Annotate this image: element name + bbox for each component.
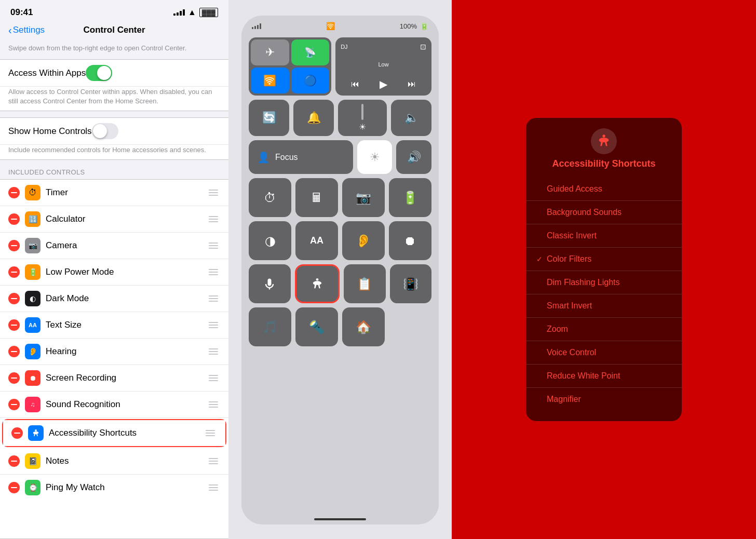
access-within-apps-toggle[interactable] [86,65,112,81]
popup-item-dim-flashing-lights[interactable]: Dim Flashing Lights [526,271,682,294]
cc-status-bar: 🛜 100% 🔋 [241,16,439,32]
text-size-remove-button[interactable] [8,319,20,331]
brightness-tile[interactable]: ☀ [338,100,387,136]
airplane-mode-tile[interactable]: ✈ [251,39,289,65]
dark-mode-remove-button[interactable] [8,293,20,304]
screen-recording-remove-button[interactable] [8,372,20,384]
sound-recognition-drag-handle[interactable] [207,399,220,410]
accessibility-shortcuts-drag-handle[interactable] [204,428,217,438]
camera-drag-handle[interactable] [207,240,220,251]
popup-item-classic-invert[interactable]: Classic Invert [526,224,682,247]
rewind-icon[interactable]: ⏮ [351,79,359,89]
popup-item-voice-control[interactable]: Voice Control [526,341,682,364]
low-power-mode-label: Low Power Mode [46,267,207,277]
camera-remove-button[interactable] [8,240,20,251]
cc-textsize-icon: AA [310,235,323,246]
cc-row-1: ✈ 📡 🛜 🔵 DJ ⊡ [249,37,431,96]
page-title: Control Center [84,25,145,35]
timer-remove-button[interactable] [8,187,20,198]
cc-hearing-tile[interactable]: 👂 [342,221,385,260]
settings-section-home-controls: Show Home Controls Include recommended c… [0,117,228,160]
popup-item-guided-access[interactable]: Guided Access [526,178,682,200]
airplay-icon: ⊡ [420,43,426,51]
popup-title: Accessibility Shortcuts [552,158,655,169]
right-panel: Accessibility Shortcuts Guided Access Ba… [452,0,756,539]
controls-list: ⏱ Timer 🔢 Calculator 📷 Camera [0,179,228,539]
notes-remove-button[interactable] [8,455,20,467]
cc-calculator-tile[interactable]: 🖩 [295,178,338,217]
play-icon[interactable]: ▶ [380,78,387,90]
cc-hearing-icon: 👂 [356,234,371,248]
low-power-mode-remove-button[interactable] [8,266,20,278]
mute-tile[interactable]: 🔔 [293,100,334,136]
hearing-remove-button[interactable] [8,346,20,357]
show-home-controls-row: Show Home Controls [0,118,228,145]
cc-home-tile[interactable]: 🏠 [342,307,385,346]
text-size-control-row: AA Text Size [0,312,228,339]
accessibility-shortcuts-remove-button[interactable] [11,427,23,439]
camera-control-row: 📷 Camera [0,233,228,259]
dark-mode-drag-handle[interactable] [207,293,220,304]
back-chevron-icon: ‹ [8,24,12,36]
focus-label: Focus [275,153,298,162]
color-filters-label: Color Filters [547,254,671,264]
brightness-control-tile[interactable]: ☀ [357,140,393,174]
wifi-tile[interactable]: 🛜 [251,68,289,93]
back-button[interactable]: ‹ Settings [8,24,45,36]
cc-row-6: 📋 📳 [249,264,431,303]
background-sounds-label: Background Sounds [547,208,671,217]
low-power-mode-control-row: 🔋 Low Power Mode [0,259,228,286]
cc-textsize-tile[interactable]: AA [295,221,338,260]
cc-battery-tile[interactable]: 🔋 [389,178,431,217]
cc-row-5: ◑ AA 👂 ⏺ [249,221,431,260]
low-power-mode-drag-handle[interactable] [207,267,220,277]
cc-timer-tile[interactable]: ⏱ [249,178,291,217]
popup-item-reduce-white-point[interactable]: Reduce White Point [526,364,682,387]
focus-tile[interactable]: 👤 Focus [249,140,353,174]
text-size-drag-handle[interactable] [207,320,220,330]
timer-drag-handle[interactable] [207,187,220,198]
cc-contrast-tile[interactable]: ◑ [249,221,291,260]
calculator-remove-button[interactable] [8,213,20,225]
media-tile[interactable]: DJ ⊡ Low ⏮ ▶ ⏭ [335,37,431,96]
cc-accessibility-tile[interactable] [295,264,340,303]
cellular-tile[interactable]: 📡 [291,39,330,65]
rotation-lock-tile[interactable]: 🔄 [249,100,289,136]
popup-item-background-sounds[interactable]: Background Sounds [526,200,682,224]
rotation-lock-icon: 🔄 [262,111,276,125]
cc-shazam-tile[interactable]: 🎵 [249,307,291,346]
notes-drag-handle[interactable] [207,456,220,466]
cc-record-tile[interactable]: ⏺ [389,221,431,260]
brightness-sun-icon: ☀ [370,151,380,164]
home-indicator [314,518,366,520]
cc-haptic-tile[interactable]: 📳 [390,264,432,303]
cc-signal-icon [252,23,261,29]
popup-item-color-filters[interactable]: ✓ Color Filters [526,247,682,271]
hearing-drag-handle[interactable] [207,346,220,357]
popup-item-smart-invert[interactable]: Smart Invert [526,294,682,317]
cc-camera-tile[interactable]: 📷 [342,178,385,217]
ping-my-watch-drag-handle[interactable] [207,482,220,493]
calculator-drag-handle[interactable] [207,214,220,224]
show-home-controls-toggle[interactable] [92,123,118,139]
volume-tile[interactable]: 🔈 [391,100,431,136]
screen-recording-drag-handle[interactable] [207,373,220,383]
back-label[interactable]: Settings [13,25,45,35]
cc-record-icon: ⏺ [404,234,416,248]
popup-accessibility-icon [591,128,617,154]
cc-camera-icon: 📷 [356,191,371,205]
cc-torch-tile[interactable]: 🔦 [295,307,338,346]
cc-wifi-icon: 🛜 [326,22,335,30]
sound-recognition-remove-button[interactable] [8,399,20,410]
cc-notes-tile[interactable]: 📋 [344,264,386,303]
ping-my-watch-icon: ⌚ [25,480,40,495]
screen-recording-control-row: ⏺ Screen Recording [0,365,228,392]
cc-sound-rec-tile[interactable] [249,264,291,303]
ping-my-watch-remove-button[interactable] [8,482,20,493]
popup-item-zoom[interactable]: Zoom [526,317,682,341]
fast-forward-icon[interactable]: ⏭ [408,79,416,89]
popup-item-magnifier[interactable]: Magnifier [526,387,682,411]
bluetooth-tile[interactable]: 🔵 [291,68,330,93]
volume-control-tile[interactable]: 🔊 [396,140,431,174]
cc-battery-tile-icon: 🔋 [402,191,418,205]
